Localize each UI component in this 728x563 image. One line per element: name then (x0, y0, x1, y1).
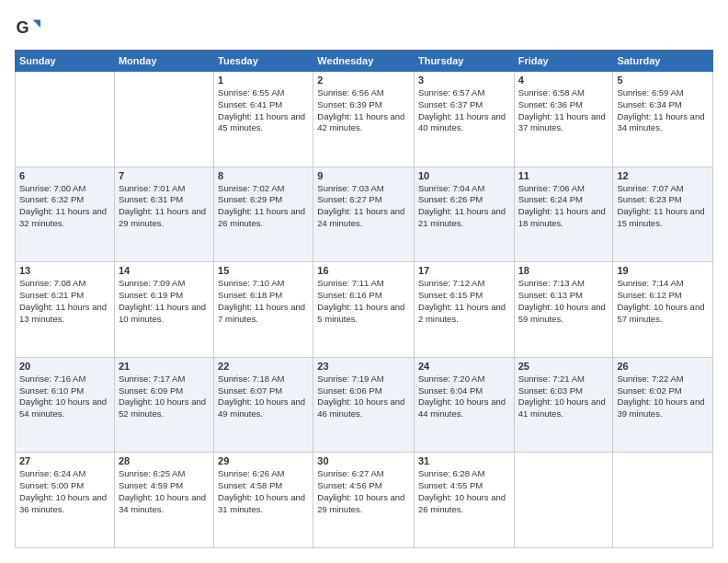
calendar-cell: 31Sunrise: 6:28 AM Sunset: 4:55 PM Dayli… (414, 453, 514, 548)
day-number: 28 (119, 455, 210, 466)
day-number: 26 (617, 361, 709, 372)
calendar-cell: 9Sunrise: 7:03 AM Sunset: 6:27 PM Daylig… (313, 167, 415, 262)
day-number: 21 (119, 361, 210, 372)
day-number: 22 (218, 361, 309, 372)
day-number: 27 (19, 455, 110, 466)
svg-text:G: G (16, 18, 28, 37)
day-number: 24 (418, 361, 510, 372)
day-number: 12 (617, 170, 709, 181)
day-info: Sunrise: 7:18 AM Sunset: 6:07 PM Dayligh… (218, 373, 309, 420)
day-number: 18 (518, 265, 609, 276)
day-info: Sunrise: 7:00 AM Sunset: 6:32 PM Dayligh… (19, 183, 110, 230)
day-header-monday: Monday (114, 51, 213, 72)
calendar-cell: 16Sunrise: 7:11 AM Sunset: 6:16 PM Dayli… (313, 262, 415, 358)
day-info: Sunrise: 6:25 AM Sunset: 4:59 PM Dayligh… (119, 468, 210, 515)
calendar-cell: 20Sunrise: 7:16 AM Sunset: 6:10 PM Dayli… (16, 357, 115, 453)
day-info: Sunrise: 6:59 AM Sunset: 6:34 PM Dayligh… (617, 87, 709, 134)
calendar-cell: 27Sunrise: 6:24 AM Sunset: 5:00 PM Dayli… (16, 453, 115, 548)
day-header-wednesday: Wednesday (313, 51, 415, 72)
day-info: Sunrise: 7:19 AM Sunset: 6:06 PM Dayligh… (317, 373, 410, 420)
day-number: 20 (19, 361, 110, 372)
day-number: 31 (418, 455, 510, 466)
day-info: Sunrise: 6:28 AM Sunset: 4:55 PM Dayligh… (418, 468, 510, 515)
calendar-cell: 12Sunrise: 7:07 AM Sunset: 6:23 PM Dayli… (613, 167, 713, 262)
page: G SundayMondayTuesdayWednesdayThursdayFr… (0, 0, 728, 563)
day-number: 15 (218, 265, 309, 276)
calendar-cell: 25Sunrise: 7:21 AM Sunset: 6:03 PM Dayli… (514, 357, 613, 453)
day-number: 25 (518, 361, 609, 372)
day-number: 10 (418, 170, 510, 181)
calendar-cell: 15Sunrise: 7:10 AM Sunset: 6:18 PM Dayli… (214, 262, 313, 358)
day-info: Sunrise: 6:27 AM Sunset: 4:56 PM Dayligh… (317, 468, 410, 515)
day-info: Sunrise: 7:07 AM Sunset: 6:23 PM Dayligh… (617, 183, 709, 230)
day-info: Sunrise: 7:04 AM Sunset: 6:26 PM Dayligh… (418, 183, 510, 230)
day-info: Sunrise: 7:02 AM Sunset: 6:29 PM Dayligh… (218, 183, 309, 230)
day-info: Sunrise: 6:56 AM Sunset: 6:39 PM Dayligh… (317, 87, 410, 134)
day-info: Sunrise: 7:03 AM Sunset: 6:27 PM Dayligh… (317, 183, 410, 230)
day-info: Sunrise: 7:12 AM Sunset: 6:15 PM Dayligh… (418, 278, 510, 325)
day-info: Sunrise: 7:09 AM Sunset: 6:19 PM Dayligh… (119, 278, 210, 325)
day-info: Sunrise: 7:08 AM Sunset: 6:21 PM Dayligh… (19, 278, 110, 325)
day-info: Sunrise: 7:10 AM Sunset: 6:18 PM Dayligh… (218, 278, 309, 325)
day-info: Sunrise: 7:13 AM Sunset: 6:13 PM Dayligh… (518, 278, 609, 325)
day-info: Sunrise: 6:26 AM Sunset: 4:58 PM Dayligh… (218, 468, 309, 515)
day-number: 1 (218, 75, 309, 86)
calendar-cell (613, 453, 713, 548)
day-header-tuesday: Tuesday (214, 51, 313, 72)
calendar-cell: 13Sunrise: 7:08 AM Sunset: 6:21 PM Dayli… (16, 262, 115, 358)
calendar-cell (114, 72, 213, 167)
day-number: 2 (317, 75, 410, 86)
day-info: Sunrise: 6:55 AM Sunset: 6:41 PM Dayligh… (218, 87, 309, 134)
day-info: Sunrise: 7:22 AM Sunset: 6:02 PM Dayligh… (617, 373, 709, 420)
calendar-cell: 17Sunrise: 7:12 AM Sunset: 6:15 PM Dayli… (414, 262, 514, 358)
day-info: Sunrise: 7:01 AM Sunset: 6:31 PM Dayligh… (119, 183, 210, 230)
day-info: Sunrise: 6:58 AM Sunset: 6:36 PM Dayligh… (518, 87, 609, 134)
calendar-cell: 5Sunrise: 6:59 AM Sunset: 6:34 PM Daylig… (613, 72, 713, 167)
day-info: Sunrise: 7:20 AM Sunset: 6:04 PM Dayligh… (418, 373, 510, 420)
day-number: 11 (518, 170, 609, 181)
calendar-cell: 29Sunrise: 6:26 AM Sunset: 4:58 PM Dayli… (214, 453, 313, 548)
calendar-cell: 19Sunrise: 7:14 AM Sunset: 6:12 PM Dayli… (613, 262, 713, 358)
calendar-cell: 24Sunrise: 7:20 AM Sunset: 6:04 PM Dayli… (414, 357, 514, 453)
logo: G (15, 15, 44, 40)
day-info: Sunrise: 7:11 AM Sunset: 6:16 PM Dayligh… (317, 278, 410, 325)
calendar-cell: 14Sunrise: 7:09 AM Sunset: 6:19 PM Dayli… (114, 262, 213, 358)
calendar-cell: 3Sunrise: 6:57 AM Sunset: 6:37 PM Daylig… (414, 72, 514, 167)
day-info: Sunrise: 6:57 AM Sunset: 6:37 PM Dayligh… (418, 87, 510, 134)
day-info: Sunrise: 7:21 AM Sunset: 6:03 PM Dayligh… (518, 373, 609, 420)
calendar-week-5: 27Sunrise: 6:24 AM Sunset: 5:00 PM Dayli… (16, 453, 713, 548)
calendar-body: 1Sunrise: 6:55 AM Sunset: 6:41 PM Daylig… (16, 72, 713, 548)
calendar-cell: 11Sunrise: 7:06 AM Sunset: 6:24 PM Dayli… (514, 167, 613, 262)
calendar-cell: 30Sunrise: 6:27 AM Sunset: 4:56 PM Dayli… (313, 453, 415, 548)
calendar-table: SundayMondayTuesdayWednesdayThursdayFrid… (15, 50, 713, 548)
calendar-cell: 10Sunrise: 7:04 AM Sunset: 6:26 PM Dayli… (414, 167, 514, 262)
day-info: Sunrise: 7:17 AM Sunset: 6:09 PM Dayligh… (119, 373, 210, 420)
calendar-week-1: 1Sunrise: 6:55 AM Sunset: 6:41 PM Daylig… (16, 72, 713, 167)
calendar-cell: 2Sunrise: 6:56 AM Sunset: 6:39 PM Daylig… (313, 72, 415, 167)
calendar-week-3: 13Sunrise: 7:08 AM Sunset: 6:21 PM Dayli… (16, 262, 713, 358)
day-number: 19 (617, 265, 709, 276)
calendar-cell (16, 72, 115, 167)
day-header-saturday: Saturday (613, 51, 713, 72)
svg-marker-1 (33, 20, 40, 28)
day-header-sunday: Sunday (16, 51, 115, 72)
day-info: Sunrise: 7:16 AM Sunset: 6:10 PM Dayligh… (19, 373, 110, 420)
day-info: Sunrise: 6:24 AM Sunset: 5:00 PM Dayligh… (19, 468, 110, 515)
calendar-cell: 26Sunrise: 7:22 AM Sunset: 6:02 PM Dayli… (613, 357, 713, 453)
calendar-week-4: 20Sunrise: 7:16 AM Sunset: 6:10 PM Dayli… (16, 357, 713, 453)
day-number: 16 (317, 265, 410, 276)
calendar-cell: 18Sunrise: 7:13 AM Sunset: 6:13 PM Dayli… (514, 262, 613, 358)
day-number: 9 (317, 170, 410, 181)
calendar-cell: 22Sunrise: 7:18 AM Sunset: 6:07 PM Dayli… (214, 357, 313, 453)
calendar-cell: 21Sunrise: 7:17 AM Sunset: 6:09 PM Dayli… (114, 357, 213, 453)
day-number: 5 (617, 75, 709, 86)
day-number: 17 (418, 265, 510, 276)
day-number: 13 (19, 265, 110, 276)
day-number: 6 (19, 170, 110, 181)
day-number: 7 (119, 170, 210, 181)
day-number: 23 (317, 361, 410, 372)
day-number: 3 (418, 75, 510, 86)
calendar-cell (514, 453, 613, 548)
logo-icon: G (15, 15, 40, 40)
day-header-friday: Friday (514, 51, 613, 72)
